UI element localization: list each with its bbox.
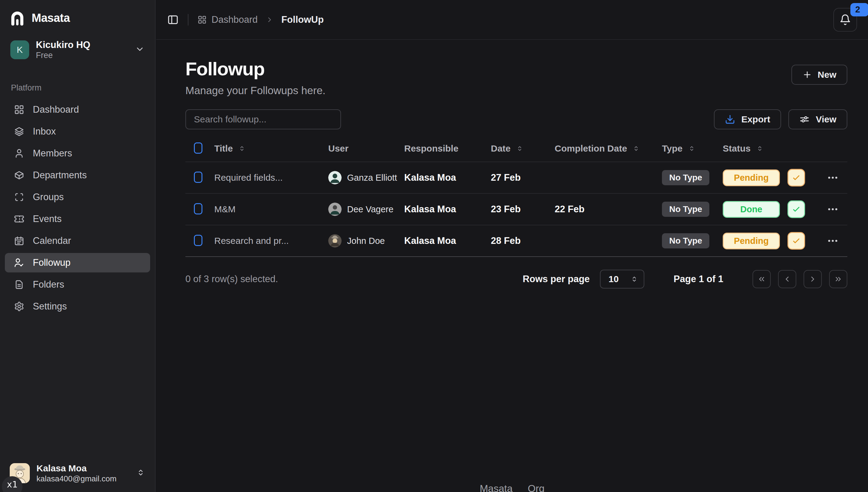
chevrons-left-icon [757,275,766,284]
sidebar-user-menu[interactable]: Kalasa Moa kalasa400@gmail.com [7,461,148,486]
gear-icon [14,301,24,312]
bottom-tab-org[interactable]: Org [528,483,545,492]
cell-responsible: Kalasa Moa [404,172,491,183]
cell-title: Required fields... [214,172,328,183]
sidebar-item-groups[interactable]: Groups [5,188,150,207]
bottom-tab-masata[interactable]: Masata [479,483,512,492]
sidebar-section-label: Platform [11,83,155,93]
sort-date-button[interactable]: Date [491,143,523,154]
new-followup-button[interactable]: New [791,65,847,85]
app-name: Masata [31,11,70,25]
select-all-checkbox[interactable] [194,143,203,154]
rows-per-page-label: Rows per page [523,274,590,285]
table-row: Required fields... Ganza Elliott Kalasa … [185,162,847,194]
workspace-name: Kicukiro HQ [36,40,90,50]
sort-icon [238,145,245,152]
sidebar-item-label: Followup [33,257,71,268]
plus-icon [802,70,812,79]
cell-title: Research and pr... [214,236,328,246]
cell-user: Dee Vagere [328,202,404,216]
sidebar-item-label: Departments [33,170,87,181]
sidebar-item-settings[interactable]: Settings [5,297,150,316]
app-logo-row: Masata [0,0,155,28]
calendar-icon [14,236,24,246]
sidebar-item-dashboard[interactable]: Dashboard [5,100,150,119]
type-badge: No Type [662,233,709,248]
type-badge: No Type [662,202,709,217]
user-avatar [328,171,342,184]
sidebar-toggle-button[interactable] [167,14,179,25]
search-input[interactable] [185,109,341,129]
sidebar-item-inbox[interactable]: Inbox [5,122,150,141]
table-header-row: Title User Responsible Date Completion D… [185,136,847,162]
sort-completion-date-button[interactable]: Completion Date [555,143,640,154]
user-name: John Doe [347,236,385,246]
sliders-icon [799,114,810,124]
ellipsis-icon [827,203,839,215]
user-avatar [328,234,342,247]
sidebar: Masata K Kicukiro HQ Free Platform Dashb… [0,0,156,492]
row-checkbox[interactable] [194,172,203,183]
chevron-right-icon [808,275,817,284]
row-menu-button[interactable] [824,200,842,218]
workspace-switcher[interactable]: K Kicukiro HQ Free [5,36,149,64]
sidebar-item-label: Settings [33,301,67,312]
cell-user: Ganza Elliott [328,171,404,184]
breadcrumb: Dashboard FollowUp [197,14,324,25]
box-icon [14,170,24,180]
sidebar-item-events[interactable]: Events [5,209,150,229]
last-page-button[interactable] [829,270,847,288]
user-name: Kalasa Moa [37,463,116,474]
ellipsis-icon [827,172,839,184]
sort-icon [756,145,764,152]
mark-done-button[interactable] [788,200,805,218]
notification-count-badge: 2 [850,3,868,17]
check-icon [792,236,801,245]
rows-per-page-select[interactable]: 10 [600,270,644,289]
main-area: Dashboard FollowUp 2 Followup Manage you… [156,0,868,492]
frame-icon [14,192,24,202]
chevron-down-icon [135,44,145,55]
sort-title-button[interactable]: Title [214,143,245,154]
first-page-button[interactable] [752,270,771,288]
sidebar-item-departments[interactable]: Departments [5,166,150,185]
user-name: Ganza Elliott [347,173,397,183]
next-page-button[interactable] [803,270,822,288]
row-checkbox[interactable] [194,235,203,246]
sort-status-button[interactable]: Status [723,143,764,154]
sidebar-item-calendar[interactable]: Calendar [5,231,150,250]
topbar: Dashboard FollowUp 2 [156,0,868,40]
chevrons-right-icon [834,275,843,284]
sort-icon [632,145,640,152]
pagination [752,270,847,288]
sidebar-item-label: Inbox [33,126,56,137]
sidebar-item-followup[interactable]: Followup [5,253,150,272]
sort-type-button[interactable]: Type [662,143,695,154]
table-footer: 0 of 3 row(s) selected. Rows per page 10… [185,270,847,289]
cell-date: 27 Feb [491,172,555,183]
sidebar-item-folders[interactable]: Folders [5,275,150,294]
workspace-avatar: K [10,41,29,59]
export-button[interactable]: Export [714,109,781,129]
previous-page-button[interactable] [778,270,796,288]
row-checkbox[interactable] [194,203,203,215]
breadcrumb-dashboard-link[interactable]: Dashboard [197,14,258,25]
mark-done-button[interactable] [788,232,805,250]
sidebar-item-label: Events [33,214,62,224]
cell-title: M&M [214,204,328,215]
sidebar-item-members[interactable]: Members [5,144,150,163]
bottom-tabs: Masata Org [479,483,544,492]
view-options-button[interactable]: View [789,109,847,129]
status-badge: Pending [723,232,780,249]
user-avatar [328,202,342,216]
user-icon [14,148,24,158]
column-header-responsible: Responsible [404,143,491,154]
mark-done-button[interactable] [788,169,805,187]
page-subtitle: Manage your Followups here. [185,84,326,97]
page-title: Followup [185,58,326,79]
sidebar-item-label: Dashboard [33,104,79,115]
cell-date: 23 Feb [491,204,555,215]
row-menu-button[interactable] [824,232,842,250]
chevrons-up-down-icon [136,468,145,478]
row-menu-button[interactable] [824,169,842,187]
